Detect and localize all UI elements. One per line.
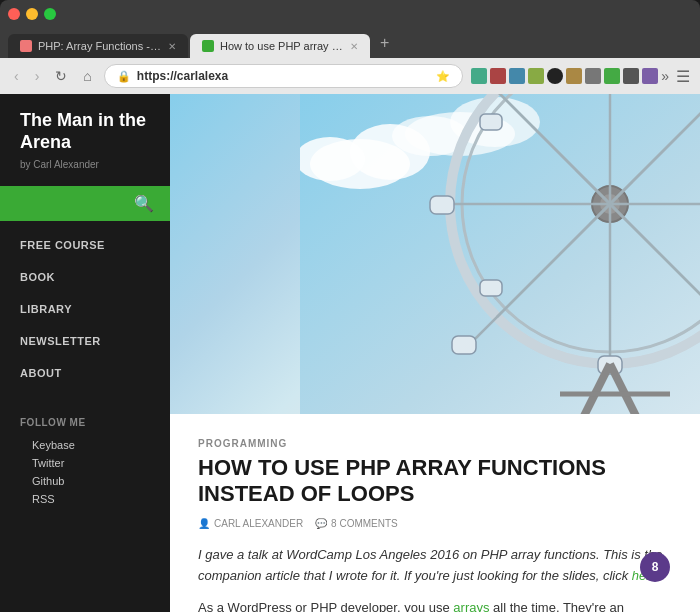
london-eye-illustration bbox=[300, 94, 700, 414]
extension-icons: » ☰ bbox=[471, 67, 690, 86]
site-subtitle: by Carl Alexander bbox=[0, 157, 170, 186]
svg-rect-33 bbox=[480, 280, 502, 296]
hamburger-menu[interactable]: ☰ bbox=[676, 67, 690, 86]
refresh-button[interactable]: ↻ bbox=[51, 66, 71, 86]
new-tab-button[interactable]: + bbox=[372, 28, 397, 58]
nav-item-book[interactable]: BOOK bbox=[0, 261, 170, 293]
address-bar: ‹ › ↻ ⌂ 🔒 https://carlalexa ⭐ » ☰ bbox=[0, 58, 700, 94]
site-title: The Man in the Arena bbox=[0, 94, 170, 157]
ext-icon-5[interactable] bbox=[547, 68, 563, 84]
article-paragraph-2: As a WordPress or PHP developer, you use… bbox=[198, 598, 672, 612]
bookmark-icon[interactable]: ⭐ bbox=[436, 70, 450, 83]
tab-php-manual[interactable]: PHP: Array Functions - Manual ✕ bbox=[8, 34, 188, 58]
follow-github[interactable]: Github bbox=[20, 472, 150, 490]
nav-item-newsletter[interactable]: NEWSLETTER bbox=[0, 325, 170, 357]
ext-icon-4[interactable] bbox=[528, 68, 544, 84]
comments-icon: 💬 bbox=[315, 518, 327, 529]
main-content: PROGRAMMING HOW TO USE PHP ARRAY FUNCTIO… bbox=[170, 94, 700, 612]
follow-me-label: FOLLOW ME bbox=[20, 417, 150, 428]
forward-button[interactable]: › bbox=[31, 66, 44, 86]
tab-title: How to use PHP array function... bbox=[220, 40, 344, 52]
follow-rss[interactable]: RSS bbox=[20, 490, 150, 508]
extensions-overflow[interactable]: » bbox=[661, 68, 669, 84]
website: The Man in the Arena by Carl Alexander 🔍… bbox=[0, 94, 700, 612]
close-button[interactable] bbox=[8, 8, 20, 20]
ext-icon-1[interactable] bbox=[471, 68, 487, 84]
hero-image bbox=[170, 94, 700, 414]
tab-close-icon[interactable]: ✕ bbox=[350, 41, 358, 52]
ext-icon-8[interactable] bbox=[604, 68, 620, 84]
tab-title: PHP: Array Functions - Manual bbox=[38, 40, 162, 52]
search-bar: 🔍 bbox=[0, 186, 170, 221]
ext-icon-3[interactable] bbox=[509, 68, 525, 84]
article-title: HOW TO USE PHP ARRAY FUNCTIONS INSTEAD O… bbox=[198, 455, 672, 508]
scroll-badge[interactable]: 8 bbox=[640, 552, 670, 582]
arrays-link[interactable]: arrays bbox=[453, 600, 489, 612]
svg-rect-28 bbox=[452, 336, 476, 354]
tab-favicon bbox=[20, 40, 32, 52]
tab-close-icon[interactable]: ✕ bbox=[168, 41, 176, 52]
author-icon: 👤 bbox=[198, 518, 210, 529]
follow-section: FOLLOW ME Keybase Twitter Github RSS bbox=[0, 397, 170, 518]
article-body: I gave a talk at WordCamp Los Angeles 20… bbox=[198, 545, 672, 612]
ext-icon-7[interactable] bbox=[585, 68, 601, 84]
article-author: 👤 CARL ALEXANDER bbox=[198, 518, 303, 529]
follow-twitter[interactable]: Twitter bbox=[20, 454, 150, 472]
tab-favicon bbox=[202, 40, 214, 52]
minimize-button[interactable] bbox=[26, 8, 38, 20]
article-category: PROGRAMMING bbox=[198, 438, 672, 449]
url-box[interactable]: 🔒 https://carlalexa ⭐ bbox=[104, 64, 463, 88]
nav-item-about[interactable]: ABOUT bbox=[0, 357, 170, 389]
nav-item-library[interactable]: LIBRARY bbox=[0, 293, 170, 325]
nav-menu: FREE COURSE BOOK LIBRARY NEWSLETTER ABOU… bbox=[0, 221, 170, 397]
traffic-lights bbox=[8, 8, 692, 20]
ext-icon-6[interactable] bbox=[566, 68, 582, 84]
url-text: https://carlalexa bbox=[137, 69, 430, 83]
article-comments[interactable]: 💬 8 COMMENTS bbox=[315, 518, 398, 529]
article-content: PROGRAMMING HOW TO USE PHP ARRAY FUNCTIO… bbox=[170, 414, 700, 612]
article-paragraph-1: I gave a talk at WordCamp Los Angeles 20… bbox=[198, 545, 672, 587]
home-button[interactable]: ⌂ bbox=[79, 66, 95, 86]
svg-rect-29 bbox=[430, 196, 454, 214]
ext-icon-10[interactable] bbox=[642, 68, 658, 84]
maximize-button[interactable] bbox=[44, 8, 56, 20]
article-meta: 👤 CARL ALEXANDER 💬 8 COMMENTS bbox=[198, 518, 672, 529]
url-action-icons: ⭐ bbox=[436, 70, 450, 83]
ext-icon-2[interactable] bbox=[490, 68, 506, 84]
search-button[interactable]: 🔍 bbox=[134, 194, 154, 213]
tab-php-array[interactable]: How to use PHP array function... ✕ bbox=[190, 34, 370, 58]
back-button[interactable]: ‹ bbox=[10, 66, 23, 86]
lock-icon: 🔒 bbox=[117, 70, 131, 83]
sidebar: The Man in the Arena by Carl Alexander 🔍… bbox=[0, 94, 170, 612]
tabs-bar: PHP: Array Functions - Manual ✕ How to u… bbox=[8, 28, 692, 58]
nav-item-free-course[interactable]: FREE COURSE bbox=[0, 229, 170, 261]
browser-chrome: PHP: Array Functions - Manual ✕ How to u… bbox=[0, 0, 700, 58]
follow-keybase[interactable]: Keybase bbox=[20, 436, 150, 454]
ext-icon-9[interactable] bbox=[623, 68, 639, 84]
svg-rect-34 bbox=[480, 114, 502, 130]
